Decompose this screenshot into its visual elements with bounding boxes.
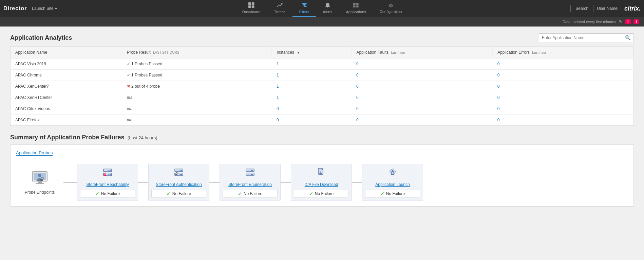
cell-probe-result: ✔ 1 Probes Passed: [122, 70, 272, 81]
cell-instances[interactable]: 0: [272, 103, 352, 115]
alert-badge-1[interactable]: 1: [625, 19, 631, 24]
faults-link[interactable]: 0: [356, 73, 359, 77]
instances-link[interactable]: 1: [277, 95, 279, 100]
cell-errors[interactable]: 0: [493, 70, 634, 81]
cell-errors[interactable]: 0: [493, 103, 634, 115]
table-row: APAC XenRTCentern/a100: [11, 92, 634, 103]
env-selector[interactable]: Launch Site ▾: [32, 6, 57, 11]
app-probes-link[interactable]: Application Probes: [16, 150, 53, 156]
citrix-logo: citrix.: [624, 5, 641, 12]
svg-rect-1: [252, 2, 254, 5]
storefront_authentication-status-text: No Failure: [172, 191, 191, 196]
nav-alerts[interactable]: Alerts: [316, 0, 339, 17]
brand-label: Director: [3, 5, 27, 12]
instances-link[interactable]: 0: [277, 106, 279, 111]
cell-faults[interactable]: 0: [352, 70, 493, 81]
errors-link[interactable]: 0: [497, 84, 500, 89]
cell-instances[interactable]: 1: [272, 70, 352, 81]
cell-errors[interactable]: 0: [493, 58, 634, 70]
env-dropdown-icon: ▾: [55, 6, 57, 11]
errors-link[interactable]: 0: [497, 106, 500, 111]
col-probe-result: Probe Result LAST 24 HOURS: [122, 47, 272, 58]
cell-probe-result: ✔ 1 Probes Passed: [122, 58, 272, 70]
cell-errors[interactable]: 0: [493, 81, 634, 92]
storefront_enumeration-label[interactable]: StoreFront Enumeration: [228, 182, 272, 187]
nav-configuration[interactable]: ⚙ Configuration: [373, 0, 409, 17]
svg-point-29: [180, 170, 181, 171]
application_launch-status: ✔ No Failure: [365, 190, 420, 198]
svg-rect-6: [327, 7, 328, 7]
cell-app-name: APAC Chrome: [11, 70, 122, 81]
cell-faults[interactable]: 0: [352, 115, 493, 126]
probe-pass-icon: ✔: [127, 62, 130, 66]
svg-point-30: [180, 174, 181, 175]
search-icon: 🔍: [625, 35, 631, 40]
cell-faults[interactable]: 0: [352, 81, 493, 92]
alert-badge-2[interactable]: 1: [633, 19, 639, 24]
sort-icon: ▼: [297, 51, 300, 54]
storefront_enumeration-status-text: No Failure: [244, 191, 262, 196]
svg-point-15: [38, 174, 41, 177]
faults-link[interactable]: 0: [356, 84, 359, 89]
env-name: Launch Site: [32, 6, 53, 11]
nav-dashboard[interactable]: Dashboard: [235, 0, 267, 17]
storefront_authentication-icon: [174, 168, 184, 179]
cell-errors[interactable]: 0: [493, 92, 634, 103]
nav-applications[interactable]: Applications: [339, 0, 373, 17]
col-errors: Application Errors Last hour: [493, 47, 634, 58]
table-row: APAC Visio 2019✔ 1 Probes Passed100: [11, 58, 634, 70]
svg-rect-10: [356, 5, 359, 7]
storefront_reachability-status: ✔ No Failure: [80, 190, 135, 198]
update-text: Data updated every five minutes: [563, 20, 616, 24]
errors-link[interactable]: 0: [497, 62, 500, 66]
ica_file_download-status: ✔ No Failure: [294, 190, 349, 198]
storefront_reachability-label[interactable]: StoreFront Reachability: [86, 182, 129, 187]
errors-link[interactable]: 0: [497, 95, 500, 100]
cell-instances[interactable]: 1: [272, 81, 352, 92]
storefront_authentication-label[interactable]: StoreFront Authentication: [156, 182, 202, 187]
search-button[interactable]: Search: [570, 5, 593, 12]
cell-faults[interactable]: 0: [352, 58, 493, 70]
errors-link[interactable]: 0: [497, 73, 500, 77]
cell-faults[interactable]: 0: [352, 103, 493, 115]
instances-link[interactable]: 1: [277, 73, 279, 77]
storefront_reachability-status-text: No Failure: [101, 191, 120, 196]
status-ok-icon: ✔: [380, 191, 384, 196]
cell-probe-result: n/a: [122, 115, 272, 126]
instances-link[interactable]: 1: [277, 84, 279, 89]
nav-filters[interactable]: Filters: [292, 0, 316, 17]
col-app-name: Application Name: [11, 47, 122, 58]
probe-step-storefront_enumeration: StoreFront Enumeration ✔ No Failure: [220, 164, 281, 201]
instances-link[interactable]: 1: [277, 62, 279, 66]
subheader: Data updated every five minutes ↻ 1 1: [0, 17, 644, 27]
cell-instances[interactable]: 1: [272, 92, 352, 103]
cell-instances[interactable]: 0: [272, 115, 352, 126]
cell-errors[interactable]: 0: [493, 115, 634, 126]
status-ok-icon: ✔: [309, 191, 313, 196]
app-analytics-table: Application Name Probe Result LAST 24 HO…: [10, 46, 634, 126]
col-faults: Application Faults Last hour: [352, 47, 493, 58]
errors-link[interactable]: 0: [497, 118, 500, 122]
probe-fail-icon: ✖: [127, 84, 130, 89]
col-instances[interactable]: Instances ▼: [272, 47, 352, 58]
app-search-box[interactable]: 🔍: [539, 33, 634, 42]
faults-link[interactable]: 0: [356, 95, 359, 100]
cell-app-name: APAC XenRTCenter: [11, 92, 122, 103]
summary-title: Summary of Application Probe Failures: [10, 134, 124, 141]
ica_file_download-label[interactable]: ICA File Download: [305, 182, 338, 187]
application_launch-label[interactable]: Application Launch: [375, 182, 410, 187]
svg-rect-0: [248, 2, 251, 5]
faults-link[interactable]: 0: [356, 62, 359, 66]
refresh-icon[interactable]: ↻: [619, 19, 623, 24]
svg-point-4: [305, 6, 306, 7]
svg-point-34: [252, 170, 253, 171]
cell-faults[interactable]: 0: [352, 92, 493, 103]
summary-subtitle: (Last 24 hours): [128, 135, 157, 140]
probe-endpoint-label: Probe Endpoints: [25, 190, 55, 195]
nav-trends[interactable]: Trends: [267, 0, 292, 17]
instances-link[interactable]: 0: [277, 118, 279, 122]
faults-link[interactable]: 0: [356, 106, 359, 111]
app-search-input[interactable]: [542, 35, 625, 40]
cell-instances[interactable]: 1: [272, 58, 352, 70]
faults-link[interactable]: 0: [356, 118, 359, 122]
